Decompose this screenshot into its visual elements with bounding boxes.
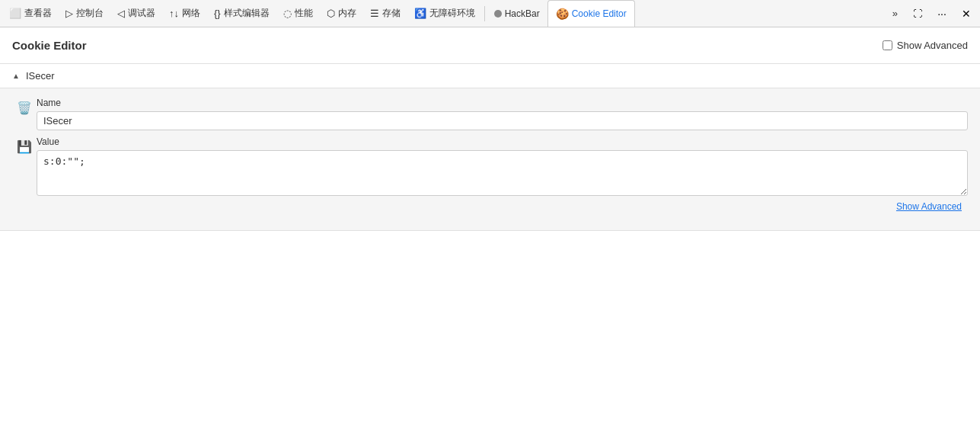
collapse-icon: ▲ (12, 72, 20, 80)
expand-icon: ⛶ (913, 8, 922, 19)
cookie-icon: 🍪 (556, 8, 569, 20)
toolbar-style-label: 样式编辑器 (224, 7, 270, 20)
chevron-right-icon: » (892, 8, 898, 19)
toolbar-separator (484, 6, 485, 21)
expand-button[interactable]: ⛶ (907, 3, 928, 24)
dots-icon: ··· (937, 8, 946, 20)
toolbar-console-label: 控制台 (76, 7, 104, 20)
toolbar-console[interactable]: ▷ 控制台 (59, 3, 110, 24)
toolbar-right-controls: » ⛶ ··· ✕ (886, 3, 977, 24)
main-panel: Cookie Editor Show Advanced ▲ ISecer 🗑️ … (0, 27, 980, 439)
cookie-editor-tab[interactable]: 🍪 Cookie Editor (547, 0, 635, 27)
value-label: Value (37, 136, 968, 147)
hackbar-label: HackBar (505, 8, 540, 19)
show-advanced-checkbox[interactable] (883, 40, 892, 50)
toolbar-memory[interactable]: ⬡ 内存 (321, 3, 362, 24)
style-icon: {} (214, 8, 221, 19)
show-advanced-link[interactable]: Show Advanced (37, 198, 968, 215)
cookie-section-name: ISecer (26, 70, 55, 82)
save-cookie-button[interactable]: 💾 (17, 139, 32, 154)
options-button[interactable]: ··· (931, 3, 953, 24)
toolbar-debugger[interactable]: ◁ 调试器 (111, 3, 161, 24)
more-tools-button[interactable]: » (886, 3, 904, 24)
toolbar-accessibility-label: 无障碍环境 (429, 7, 475, 20)
toolbar-network-label: 网络 (182, 7, 200, 20)
delete-cookie-button[interactable]: 🗑️ (17, 101, 32, 115)
value-row: 💾 Value Show Advanced (12, 136, 968, 215)
name-row-icon-area: 🗑️ (12, 98, 37, 115)
devtools-toolbar: ⬜ 查看器 ▷ 控制台 ◁ 调试器 ↑↓ 网络 {} 样式编辑器 ◌ 性能 ⬡ … (0, 0, 980, 27)
toolbar-style-editor[interactable]: {} 样式编辑器 (208, 3, 276, 24)
toolbar-accessibility[interactable]: ♿ 无障碍环境 (408, 3, 481, 24)
section-header[interactable]: ▲ ISecer (0, 64, 980, 88)
value-textarea[interactable] (37, 150, 968, 196)
close-icon: ✕ (962, 8, 971, 20)
console-icon: ▷ (65, 8, 73, 19)
cookie-editor-label: Cookie Editor (572, 8, 627, 19)
hackbar-icon (494, 10, 502, 18)
hackbar-tab[interactable]: HackBar (487, 0, 547, 27)
toolbar-storage[interactable]: ☰ 存储 (364, 3, 407, 24)
value-field-container: Value Show Advanced (37, 136, 968, 215)
performance-icon: ◌ (283, 8, 292, 19)
accessibility-icon: ♿ (414, 8, 426, 19)
toolbar-performance[interactable]: ◌ 性能 (277, 3, 319, 24)
toolbar-debugger-label: 调试器 (128, 7, 155, 20)
cookie-section: ▲ ISecer 🗑️ Name 💾 Value (0, 64, 980, 231)
panel-header: Cookie Editor Show Advanced (0, 27, 980, 64)
toolbar-inspector-label: 查看器 (24, 7, 52, 20)
storage-icon: ☰ (370, 8, 379, 19)
close-button[interactable]: ✕ (956, 3, 977, 24)
toolbar-performance-label: 性能 (295, 7, 313, 20)
inspector-icon: ⬜ (9, 8, 21, 19)
toolbar-network[interactable]: ↑↓ 网络 (163, 3, 206, 24)
show-advanced-toggle[interactable]: Show Advanced (883, 40, 968, 51)
toolbar-storage-label: 存储 (382, 7, 401, 20)
value-row-icon-area: 💾 (12, 136, 37, 154)
plugin-tabs: HackBar 🍪 Cookie Editor (483, 0, 635, 27)
name-input[interactable] (37, 111, 968, 130)
network-icon: ↑↓ (169, 8, 179, 19)
name-field-container: Name (37, 98, 968, 130)
panel-title: Cookie Editor (12, 39, 87, 52)
cookie-form: 🗑️ Name 💾 Value Show Advanced (0, 88, 980, 230)
debugger-icon: ◁ (117, 8, 125, 19)
name-label: Name (37, 98, 968, 108)
toolbar-memory-label: 内存 (338, 7, 356, 20)
toolbar-inspector[interactable]: ⬜ 查看器 (3, 3, 58, 24)
show-advanced-label-text: Show Advanced (897, 40, 968, 51)
name-row: 🗑️ Name (12, 98, 968, 130)
memory-icon: ⬡ (327, 8, 335, 19)
